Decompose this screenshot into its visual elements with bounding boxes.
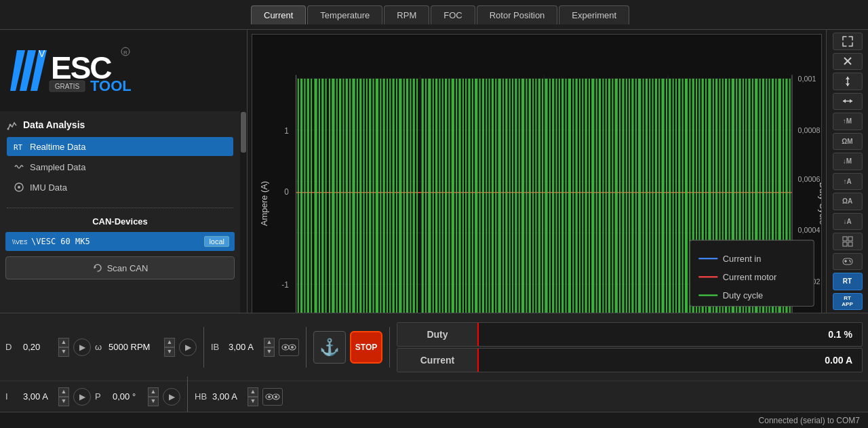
hb-eye-button[interactable]: [262, 388, 283, 406]
d-up-button[interactable]: ▲: [58, 338, 69, 347]
svg-rect-124: [612, 79, 613, 313]
svg-rect-134: [646, 79, 648, 313]
svg-text:RT: RT: [14, 143, 23, 152]
svg-marker-208: [846, 83, 850, 86]
p-value: 0,00 °: [113, 391, 146, 402]
rt-app-button[interactable]: RTAPP: [833, 293, 863, 311]
horizontal-scale-button[interactable]: [833, 93, 863, 111]
p-down-button[interactable]: ▼: [148, 397, 159, 406]
svg-rect-74: [445, 79, 447, 313]
hb-up-button[interactable]: ▲: [248, 387, 258, 397]
svg-text:1: 1: [284, 126, 289, 136]
d-down-button[interactable]: ▼: [58, 347, 69, 357]
down-a-button[interactable]: ↓A: [833, 213, 863, 231]
svg-rect-56: [383, 79, 385, 313]
ib-spinner[interactable]: ▲ ▼: [264, 338, 275, 357]
ib-down-button[interactable]: ▼: [264, 347, 275, 357]
omega-label: ω: [95, 342, 107, 352]
i-up-button[interactable]: ▲: [58, 387, 69, 397]
tab-foc[interactable]: FOC: [431, 5, 475, 24]
sidebar-scrollbar[interactable]: [240, 111, 247, 313]
down-m-button[interactable]: ↓M: [833, 153, 863, 170]
svg-rect-131: [635, 79, 637, 313]
svg-marker-211: [850, 99, 852, 103]
sidebar-item-sampled[interactable]: Sampled Data: [7, 157, 233, 176]
up-m-button[interactable]: ↑M: [833, 113, 863, 130]
svg-rect-92: [505, 79, 507, 313]
d-spinner[interactable]: ▲ ▼: [58, 338, 69, 357]
hb-value: 3,00 A: [212, 391, 246, 402]
svg-rect-130: [631, 79, 633, 313]
tab-experiment[interactable]: Experiment: [559, 5, 629, 24]
hb-eye-icon: [265, 392, 280, 402]
svg-rect-73: [442, 79, 443, 313]
pin-button[interactable]: [833, 53, 863, 71]
imu-icon: [14, 182, 24, 193]
p-control-group: P 0,00 ° ▲ ▼: [95, 387, 159, 406]
hb-down-button[interactable]: ▼: [248, 397, 258, 406]
can-device-label: \\VESC \VESC 60 MK5: [11, 236, 204, 247]
separator-2: [306, 327, 307, 368]
ib-up-button[interactable]: ▲: [264, 338, 275, 347]
tab-rotor-position[interactable]: Rotor Position: [477, 5, 558, 24]
tab-current[interactable]: Current: [251, 5, 306, 24]
svg-rect-48: [357, 79, 358, 313]
p-up-button[interactable]: ▲: [148, 387, 159, 397]
sidebar-scroll-thumb[interactable]: [241, 112, 246, 153]
i-down-button[interactable]: ▼: [58, 397, 69, 406]
sidebar-items-col: Data Analysis RT Realtime Data Sampled D…: [0, 111, 240, 313]
svg-rect-109: [561, 79, 564, 313]
svg-rect-72: [439, 79, 440, 313]
svg-rect-141: [669, 79, 671, 313]
data-analysis-header: Data Analysis: [7, 117, 233, 133]
omega-spinner[interactable]: ▲ ▼: [164, 338, 175, 357]
svg-rect-142: [673, 79, 674, 313]
stop-button[interactable]: STOP: [350, 331, 382, 364]
scan-can-button[interactable]: Scan CAN: [5, 256, 235, 279]
tab-temperature[interactable]: Temperature: [307, 5, 382, 24]
svg-rect-84: [479, 79, 481, 313]
omega-play-button[interactable]: ▶: [179, 338, 197, 356]
omega-down-button[interactable]: ▼: [164, 347, 175, 357]
sidebar-item-imu[interactable]: IMU Data: [7, 178, 233, 197]
svg-rect-57: [387, 79, 388, 313]
svg-rect-54: [376, 79, 378, 313]
rt-button[interactable]: RT: [833, 273, 863, 290]
svg-rect-79: [462, 79, 464, 313]
svg-rect-39: [326, 79, 327, 313]
svg-text:Duty Cycle: Duty Cycle: [818, 182, 821, 225]
status-panel: Duty 0.1 % Current 0.00 A: [397, 322, 863, 372]
svg-rect-37: [319, 79, 320, 313]
svg-rect-44: [342, 79, 344, 313]
svg-rect-110: [565, 79, 566, 313]
i-spinner[interactable]: ▲ ▼: [58, 387, 69, 406]
tab-rpm[interactable]: RPM: [384, 5, 429, 24]
gamepad-icon: [842, 256, 853, 267]
p-spinner[interactable]: ▲ ▼: [148, 387, 159, 406]
duty-label: Duty: [397, 323, 479, 346]
ib-eye-button[interactable]: [279, 338, 299, 356]
up-a-button[interactable]: ↑A: [833, 173, 863, 191]
svg-text:GRATIS: GRATIS: [55, 83, 80, 90]
expand-button[interactable]: [833, 33, 863, 50]
svg-text:TOOL: TOOL: [90, 77, 132, 94]
hb-spinner[interactable]: ▲ ▼: [248, 387, 258, 406]
svg-rect-140: [666, 79, 667, 313]
gamepad-button[interactable]: [833, 253, 863, 271]
d-play-button[interactable]: ▶: [73, 338, 91, 356]
svg-marker-207: [846, 77, 850, 79]
p-play-button[interactable]: ▶: [163, 388, 180, 406]
horizontal-scale-icon: [842, 95, 854, 107]
svg-rect-51: [366, 79, 368, 313]
i-play-button[interactable]: ▶: [73, 388, 91, 406]
svg-rect-45: [346, 79, 348, 313]
anchor-button[interactable]: ⚓: [313, 331, 346, 364]
svg-rect-59: [393, 79, 395, 313]
grid-button[interactable]: [833, 233, 863, 250]
omega-up-button[interactable]: ▲: [164, 338, 175, 347]
can-device-item[interactable]: \\VESC \VESC 60 MK5 local: [5, 232, 235, 251]
omega-a-button[interactable]: ΩA: [833, 193, 863, 210]
vertical-scale-button[interactable]: [833, 73, 863, 90]
sidebar-item-realtime[interactable]: RT Realtime Data: [7, 137, 233, 156]
omega-m-button[interactable]: ΩM: [833, 133, 863, 151]
